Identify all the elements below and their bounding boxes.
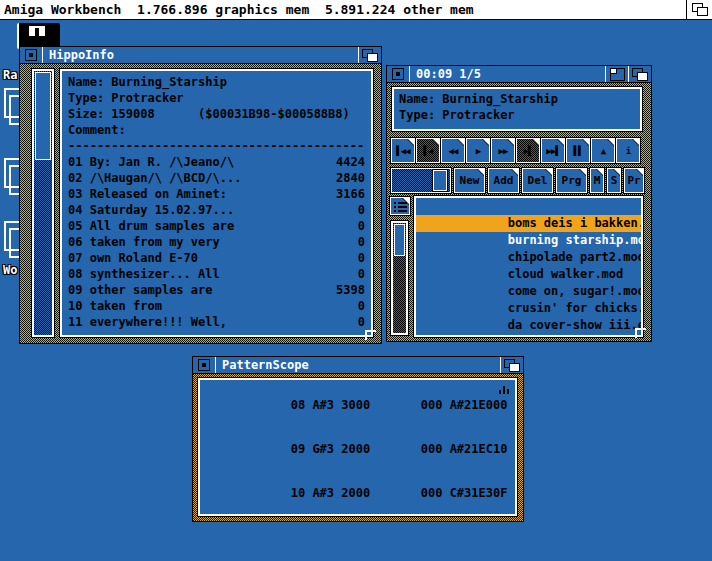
screen-titlebar[interactable]: Amiga Workbench 1.766.896 graphics mem 5… [0,0,712,20]
info-scrollbar-thumb[interactable] [35,72,51,160]
pattern-row: 11 000 000 000 000 [204,515,511,516]
transport-icon: ▌◀ [424,146,433,156]
misc-button-label: M [594,174,601,187]
sample-row: 07 own Roland E-70 0 [68,250,365,266]
module-filename: boms deis i bakken.mod [508,216,643,230]
player-titlebar[interactable]: 00:09 1/5 [387,66,651,83]
sample-row: 01 By: Jan R. /\Jeano/\ 4424 [68,154,365,170]
depth-icon [632,68,648,81]
hippoinfo-titlebar[interactable]: HippoInfo [20,47,381,64]
info-scrollbar[interactable] [32,69,54,337]
transport-icon: ▌▌ [574,146,583,156]
module-size: Size: 159008 ($00031B98-$000588B8) [68,106,365,122]
pattern-row: 09 G#3 2000 000 A#21EC10 000 [204,427,511,471]
sample-row: 06 taken from my very 0 [68,234,365,250]
window-title: HippoInfo [43,47,358,63]
misc-controls: New Add Del Prg [391,168,644,193]
misc-button-label: S [611,174,618,187]
list-menu-button[interactable] [390,197,410,215]
volume-slider-thumb[interactable] [433,170,447,191]
rewind-button[interactable]: ◀◀ [441,138,465,163]
sample-name: 11 everywhere!!! Well, [68,314,227,330]
zoom-button[interactable] [605,66,628,82]
close-button[interactable] [193,357,216,373]
player-time-position: 00:09 1/5 [410,66,605,82]
sample-name: 02 /\Haugan/\ /\BCD/\... [68,170,241,186]
sample-row: 03 Released on Aminet: 3166 [68,186,365,202]
pattern-row-text: 09 G#3 2000 000 A#21EC10 000 [291,442,517,456]
module-list: boms deis i bakken.mod burning starship.… [414,196,643,337]
close-icon [198,359,210,371]
depth-button[interactable] [358,47,381,63]
hippoplayer-window: 00:09 1/5 Name: Burning_Starship Type: P… [387,66,651,341]
depth-icon [692,3,708,16]
module-filename: burning starship.mod [508,233,643,247]
resize-handle[interactable] [635,328,646,338]
close-button[interactable] [20,47,43,63]
sample-row: 08 synthesizer... All 0 [68,266,365,282]
ram-disk-label: Ra [3,68,17,82]
s-button[interactable]: S [607,168,621,193]
rewind-to-start-button[interactable]: ▌◀◀ [391,138,415,163]
window-title: PatternScope [216,357,500,373]
pattern-row-text: 10 A#3 2000 000 C#31E30F 000 [291,486,517,500]
info-button[interactable]: i [616,138,640,163]
transport-controls: ▌◀◀ ▌◀ ◀◀ ▶ ▶▶ [391,138,640,163]
sample-size: 0 [358,234,365,250]
misc-button-label: New [460,174,480,187]
sample-name: 06 taken from my very [68,234,220,250]
next-pattern-button[interactable]: ▶▌ [516,138,540,163]
sample-row: 11 everywhere!!! Well, 0 [68,314,365,330]
new-button[interactable]: New [454,168,485,193]
module-name: Name: Burning_Starship [68,74,365,90]
patternscope-titlebar[interactable]: PatternScope [193,357,523,374]
sample-size: 3166 [336,186,365,202]
hippoinfo-body: Name: Burning_Starship Type: Protracker … [20,64,381,343]
eject-button[interactable]: ▲ [591,138,615,163]
module-list-item[interactable]: boms deis i bakken.mod [416,198,641,215]
file-list-scrollbar[interactable] [391,221,408,335]
module-type: Type: Protracker [399,107,635,123]
next-module-button[interactable]: ▶▶▌ [541,138,565,163]
transport-icon: ▶ [476,146,480,156]
module-info-panel: Name: Burning_Starship Type: Protracker … [60,69,373,337]
separator-line: ----------------------------------------… [68,138,365,154]
workbench-screen: Amiga Workbench 1.766.896 graphics mem 5… [0,0,712,561]
misc-button-label: Prg [562,174,582,187]
module-filename: da cover-show iii.e.mod [508,318,643,332]
add-button[interactable]: Add [488,168,519,193]
zoom-icon [610,68,625,81]
file-list-scrollbar-thumb[interactable] [394,224,405,256]
transport-icon: i [626,146,630,156]
sample-name: 10 taken from [68,298,162,314]
depth-icon [362,49,378,62]
prg-button[interactable]: Prg [556,168,587,193]
del-button[interactable]: Del [522,168,553,193]
depth-button[interactable] [500,357,523,373]
volume-slider[interactable] [391,168,451,193]
transport-icon: ◀◀ [449,146,458,156]
close-button[interactable] [387,66,410,82]
peak-meter-icon [499,386,509,394]
floppy-disk-icon[interactable] [17,23,60,49]
resize-handle[interactable] [365,330,376,340]
patternscope-body: 08 A#3 3000 000 A#21E000 000 09 G#3 2000… [193,374,523,521]
pr-button[interactable]: Pr [624,168,644,193]
m-button[interactable]: M [590,168,604,193]
play-button[interactable]: ▶ [466,138,490,163]
prev-pattern-button[interactable]: ▌◀ [416,138,440,163]
screen-title: Amiga Workbench 1.766.896 graphics mem 5… [0,2,686,17]
close-icon [392,68,404,80]
transport-icon: ▲ [601,146,605,156]
current-module-panel: Name: Burning_Starship Type: Protracker [392,87,642,131]
module-filename: cloud walker.mod [508,267,624,281]
screen-depth-button[interactable] [686,0,712,19]
depth-button[interactable] [628,66,651,82]
sample-row: 02 /\Haugan/\ /\BCD/\... 2840 [68,170,365,186]
transport-icon: ▌◀◀ [396,146,409,156]
list-icon [394,201,407,212]
transport-icon: ▶▶▌ [546,146,559,156]
pause-button[interactable]: ▌▌ [566,138,590,163]
fast-forward-button[interactable]: ▶▶ [491,138,515,163]
module-filename: crusin' for chicks.mod [508,301,643,315]
